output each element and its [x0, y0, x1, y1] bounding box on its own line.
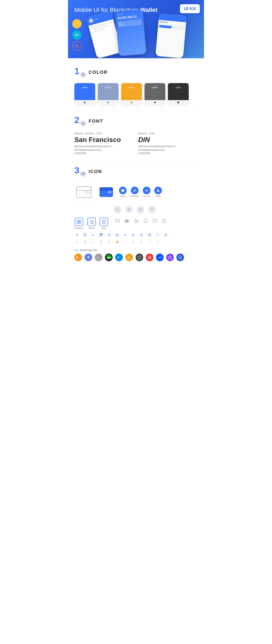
forward-ghost-icon	[147, 240, 152, 245]
management-icon-box: Mangment	[74, 218, 84, 229]
zcash-icon: Z	[126, 254, 133, 261]
svg-point-72	[108, 241, 110, 243]
chevron-left-icon	[123, 232, 128, 238]
svg-text:₿: ₿	[76, 256, 78, 259]
color-swatch-gray-blue: #8DA0C8	[98, 83, 118, 105]
nav-discover: Discover	[143, 186, 150, 197]
svg-rect-69	[100, 240, 101, 242]
ark-icon	[146, 254, 154, 261]
svg-point-39	[144, 219, 147, 223]
upload-icon	[147, 232, 152, 238]
order-label: Order	[101, 227, 106, 229]
svg-point-38	[125, 221, 128, 222]
font-number-big: 2	[74, 116, 79, 124]
qr-icon	[98, 232, 104, 238]
hero-section: Mobile UI for Blockchain Wallet UI Kit P…	[68, 0, 204, 58]
discover-icon	[143, 186, 150, 194]
svg-rect-56	[102, 236, 103, 236]
crypto-icons-row: ₿ Ł NEO D Z	[74, 254, 198, 261]
small-icons-ghost-row	[74, 240, 198, 245]
din-style-label: Medium · Bold	[138, 132, 198, 135]
font-grid: Regular · Medium · Bold San Francisco AB…	[74, 132, 198, 155]
svg-point-22	[140, 209, 141, 210]
order-icon-box: Order	[100, 218, 108, 229]
svg-marker-90	[149, 256, 150, 258]
nav-assets-ghost	[114, 206, 121, 214]
info-icon	[161, 218, 168, 224]
svg-marker-59	[116, 233, 119, 236]
profile-ghost-icon	[148, 206, 156, 214]
nav-exchange-ghost	[125, 206, 133, 214]
discover-label: Discover	[143, 195, 150, 197]
svg-rect-40	[153, 220, 157, 222]
svg-rect-71	[100, 242, 101, 244]
exchange-ghost-icon	[125, 206, 133, 214]
small-icons-active-row	[74, 232, 198, 238]
sf-uppercase: ABCDEFGHIJKLMNOPQRSTUVWXYZ abcdefghijklm…	[74, 145, 134, 155]
assets-ghost-icon	[114, 206, 121, 214]
assets-label: Assets	[120, 195, 126, 197]
color-section-title: COLOR	[88, 70, 108, 75]
svg-rect-25	[79, 220, 81, 222]
hero-title-bold: Wallet	[140, 6, 158, 13]
sf-font-name: San Francisco	[74, 136, 134, 144]
profile-icon	[154, 186, 162, 194]
litecoin-icon: Ł	[95, 254, 102, 261]
qr-ghost-icon	[98, 240, 104, 245]
wallet-filled-icon	[97, 182, 116, 202]
info-ghost-icon	[155, 240, 160, 245]
font-section-title: FONT	[88, 118, 103, 124]
neo-icon: NEO	[105, 254, 112, 261]
color-swatch-orange: #F5A623	[121, 83, 142, 105]
ethereum-icon	[84, 254, 92, 261]
svg-text:Z: Z	[128, 256, 130, 259]
svg-point-15	[109, 192, 110, 193]
nav-icon-group-ghost	[114, 206, 198, 214]
svg-rect-54	[100, 236, 100, 236]
nav-profile-ghost	[148, 206, 156, 214]
color-swatches: #3574FA #8DA0C8 #F5A623 #666666 #303030	[74, 83, 198, 105]
font-number-label: TWO	[80, 121, 86, 126]
check-ghost-icon	[90, 240, 96, 245]
svg-rect-27	[79, 222, 81, 224]
phone-mockups: Profile myWallet $6,297,502.12 BTC ETH W…	[74, 16, 198, 54]
svg-line-92	[168, 257, 172, 258]
svg-point-23	[151, 208, 152, 210]
font-section-header: 2 TWO FONT	[74, 116, 198, 127]
plus-ghost-icon	[74, 240, 80, 245]
close-icon	[163, 232, 168, 238]
font-section-number: 2 TWO	[74, 116, 86, 127]
color-swatch-gray: #666666	[144, 83, 165, 105]
discover-ghost-icon	[137, 206, 144, 214]
search-icon	[107, 232, 112, 238]
nav-profile: Profile	[154, 186, 162, 197]
svg-rect-52	[100, 234, 100, 234]
management-label: Mangment	[74, 227, 84, 229]
svg-marker-88	[138, 256, 141, 259]
exchange-label: Exchange	[130, 195, 139, 197]
svg-text:NEO: NEO	[107, 256, 112, 259]
svg-marker-94	[179, 256, 181, 259]
svg-point-60	[141, 234, 142, 235]
color-number-big: 1	[74, 67, 79, 76]
management-icon	[74, 218, 83, 226]
font-din: Medium · Bold DIN ABCDEFGHIJKLMNOPQRSTUV…	[138, 132, 198, 155]
history-icon	[87, 218, 96, 226]
svg-marker-20	[116, 208, 119, 211]
main-content: 1 ONE COLOR #3574FA #8DA0C8 #F5A623 #666…	[68, 58, 204, 268]
icon-section-header: 3 THREE ICON	[74, 166, 198, 177]
svg-rect-26	[77, 222, 78, 224]
assets-icon	[119, 186, 127, 194]
iota-icon	[136, 254, 143, 261]
check-icon	[90, 232, 96, 238]
font-san-francisco: Regular · Medium · Bold San Francisco AB…	[74, 132, 134, 155]
edit-icon	[82, 232, 88, 238]
nav-icon-group-active: Assets Exchange Discover Profile	[119, 186, 162, 197]
svg-rect-55	[102, 235, 102, 236]
chevron-left-ghost-icon	[123, 240, 128, 245]
svg-line-73	[110, 242, 110, 243]
nav-assets: Assets	[119, 186, 127, 197]
svg-point-79	[158, 241, 158, 242]
dash-icon: D	[115, 254, 123, 261]
wallet-outline-icon	[74, 182, 94, 202]
